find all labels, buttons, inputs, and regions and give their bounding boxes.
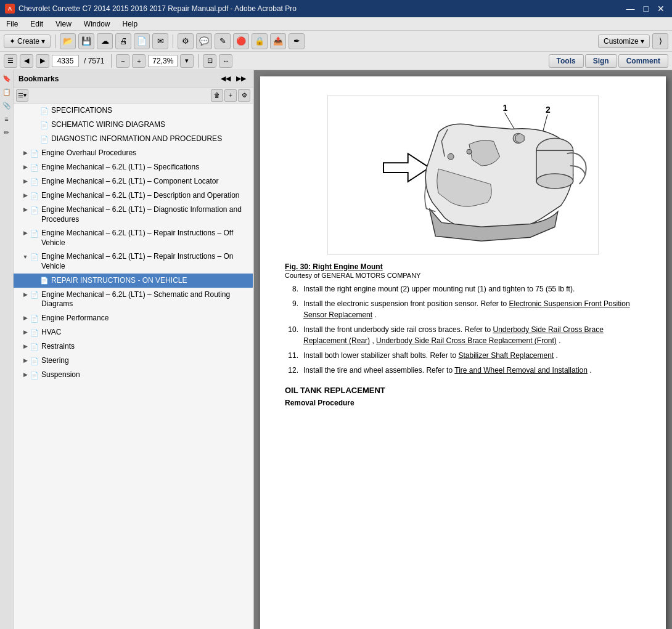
menu-window[interactable]: Window (81, 18, 113, 30)
bookmark-item-engine-mech-62-component[interactable]: ▶📄Engine Mechanical – 6.2L (LT1) – Compo… (14, 174, 253, 189)
menu-help[interactable]: Help (120, 18, 141, 30)
sign-tool[interactable]: ✒ (289, 33, 305, 49)
minimize-button[interactable]: — (624, 4, 637, 14)
bookmark-item-engine-mech-62-diag[interactable]: ▶📄Engine Mechanical – 6.2L (LT1) – Diagn… (14, 203, 253, 226)
bookmark-expander-suspension[interactable]: ▶ (21, 371, 30, 379)
bookmark-item-engine-mech-62-desc[interactable]: ▶📄Engine Mechanical – 6.2L (LT1) – Descr… (14, 189, 253, 203)
sidebar-toolbar: ☰▾ 🗑 + ⚙ (14, 87, 253, 103)
expand-toolbar-button[interactable]: ⟩ (652, 33, 668, 49)
fit-width-button[interactable]: ↔ (219, 54, 232, 68)
menu-file[interactable]: File (4, 18, 20, 30)
customize-area: Customize ▾ ⟩ (598, 33, 668, 49)
comment-button[interactable]: Comment (618, 54, 668, 68)
svg-point-10 (448, 153, 454, 160)
bookmark-item-engine-mech-62-schematic[interactable]: ▶📄Engine Mechanical – 6.2L (LT1) – Schem… (14, 288, 253, 311)
redact-button[interactable]: 🔴 (233, 33, 249, 49)
layers-panel-icon[interactable]: ≡ (1, 113, 12, 124)
bookmark-expander-engine-mech-62-specs[interactable]: ▶ (21, 163, 30, 172)
bookmark-item-repair-instructions-on-vehicle[interactable]: 📄REPAIR INSTRUCTIONS - ON VEHICLE (14, 274, 253, 288)
bookmark-item-engine-mech-62-repair-on[interactable]: ▼📄Engine Mechanical – 6.2L (LT1) – Repai… (14, 250, 253, 273)
settings-button[interactable]: ⚙ (178, 33, 194, 49)
bookmark-expander-steering[interactable]: ▶ (21, 357, 30, 365)
sidebar-header-btns: ◀◀ ▶▶ (219, 74, 248, 83)
app-icon: A (5, 4, 15, 14)
redaction-panel-icon[interactable]: ✏ (1, 127, 12, 138)
bookmark-expander-engine-mech-62-component[interactable]: ▶ (21, 177, 30, 186)
zoom-input[interactable] (148, 55, 178, 67)
expand-sidebar-button[interactable]: ▶▶ (234, 74, 248, 83)
figure-caption: Fig. 30: Right Engine Mount Courtesy of … (285, 262, 641, 280)
zoom-out-button[interactable]: − (116, 54, 129, 68)
bookmark-label-restraints: Restraints (39, 341, 250, 352)
bookmark-item-engine-mech-62-repair-off[interactable]: ▶📄Engine Mechanical – 6.2L (LT1) – Repai… (14, 226, 253, 250)
bookmark-item-specifications[interactable]: 📄SPECIFICATIONS (14, 103, 253, 118)
bookmark-icon-repair-instructions-on-vehicle: 📄 (39, 276, 49, 286)
upload-button[interactable]: ☁ (97, 33, 113, 49)
bookmark-panel[interactable]: 📄SPECIFICATIONS📄SCHEMATIC WIRING DIAGRAM… (14, 103, 253, 629)
step-11-link[interactable]: Stabilizer Shaft Replacement (458, 351, 554, 360)
save-button[interactable]: 💾 (78, 33, 94, 49)
customize-button[interactable]: Customize ▾ (598, 34, 650, 48)
add-bookmark-button[interactable]: + (224, 89, 237, 102)
bookmark-icon-restraints: 📄 (30, 342, 39, 352)
open-button[interactable]: 📂 (60, 33, 76, 49)
bookmark-icon-schematic-wiring: 📄 (39, 120, 49, 130)
bookmark-expander-engine-mech-62-desc[interactable]: ▶ (21, 192, 30, 200)
page-number-input[interactable] (52, 55, 79, 67)
step-10-link2[interactable]: Underbody Side Rail Cross Brace Replacem… (376, 336, 557, 345)
bookmark-icon-engine-mech-62-schematic: 📄 (30, 290, 39, 300)
bookmark-properties-button[interactable]: ⚙ (238, 89, 250, 102)
bookmark-item-restraints[interactable]: ▶📄Restraints (14, 339, 253, 354)
bookmark-options-button[interactable]: ☰▾ (16, 89, 28, 102)
oil-tank-heading: OIL TANK REPLACEMENT (285, 386, 641, 395)
menu-view[interactable]: View (53, 18, 74, 30)
bookmark-item-hvac[interactable]: ▶📄HVAC (14, 325, 253, 339)
delete-bookmark-button[interactable]: 🗑 (211, 89, 223, 102)
maximize-button[interactable]: □ (641, 4, 651, 14)
bookmarks-panel-icon[interactable]: 🔖 (1, 73, 12, 84)
comment-tool[interactable]: 💬 (196, 33, 212, 49)
fit-page-button[interactable]: ⊡ (203, 54, 216, 68)
scan-button[interactable]: 📄 (134, 33, 150, 49)
step-12-link[interactable]: Tire and Wheel Removal and Installation (454, 366, 588, 375)
collapse-sidebar-button[interactable]: ◀◀ (219, 74, 232, 83)
bookmark-expander-engine-overhaul[interactable]: ▶ (21, 149, 30, 158)
bookmark-item-engine-mech-62-specs[interactable]: ▶📄Engine Mechanical – 6.2L (LT1) – Speci… (14, 160, 253, 174)
prev-page-button[interactable]: ◀ (20, 54, 33, 68)
page-total: / 7571 (84, 57, 104, 65)
close-button[interactable]: ✕ (655, 4, 667, 14)
print-button[interactable]: 🖨 (115, 33, 131, 49)
mail-button[interactable]: ✉ (152, 33, 168, 49)
attachments-panel-icon[interactable]: 📎 (1, 100, 12, 111)
sign-button[interactable]: Sign (585, 54, 617, 68)
bookmark-item-engine-overhaul[interactable]: ▶📄Engine Overhaul Procedures (14, 146, 253, 160)
titlebar-controls[interactable]: — □ ✕ (624, 4, 667, 14)
content-area[interactable]: 1 2 (254, 70, 672, 629)
pages-panel-icon[interactable]: 📋 (1, 86, 12, 97)
protect-button[interactable]: 🔒 (252, 33, 268, 49)
markup-tool[interactable]: ✎ (215, 33, 231, 49)
zoom-in-button[interactable]: + (132, 54, 145, 68)
next-page-button[interactable]: ▶ (36, 54, 49, 68)
bookmark-item-schematic-wiring[interactable]: 📄SCHEMATIC WIRING DIAGRAMS (14, 118, 253, 132)
bookmark-expander-engine-mech-62-repair-off[interactable]: ▶ (21, 229, 30, 238)
sidebar-toggle-button[interactable]: ☰ (4, 54, 17, 68)
menu-edit[interactable]: Edit (28, 18, 46, 30)
bookmark-expander-engine-mech-62-repair-on[interactable]: ▼ (21, 253, 30, 261)
bookmark-icon-engine-mech-62-specs: 📄 (30, 163, 39, 172)
bookmark-expander-hvac[interactable]: ▶ (21, 328, 30, 337)
bookmark-item-suspension[interactable]: ▶📄Suspension (14, 368, 253, 382)
zoom-dropdown-button[interactable]: ▾ (180, 54, 194, 68)
export-button[interactable]: 📤 (270, 33, 286, 49)
bookmark-item-engine-performance[interactable]: ▶📄Engine Performance (14, 311, 253, 325)
bookmark-expander-restraints[interactable]: ▶ (21, 343, 30, 351)
bookmark-expander-engine-performance[interactable]: ▶ (21, 314, 30, 323)
bookmark-item-diagnostic-info[interactable]: 📄DIAGNOSTIC INFORMATION AND PROCEDURES (14, 132, 253, 146)
step-9-link[interactable]: Electronic Suspension Front Position Sen… (303, 299, 630, 319)
create-button[interactable]: ✦ Create ▾ (4, 34, 51, 48)
bookmark-expander-engine-mech-62-schematic[interactable]: ▶ (21, 291, 30, 299)
tools-button[interactable]: Tools (549, 54, 584, 68)
bookmark-expander-engine-mech-62-diag[interactable]: ▶ (21, 206, 30, 214)
bookmark-item-steering[interactable]: ▶📄Steering (14, 354, 253, 368)
bookmark-label-steering: Steering (39, 355, 250, 366)
